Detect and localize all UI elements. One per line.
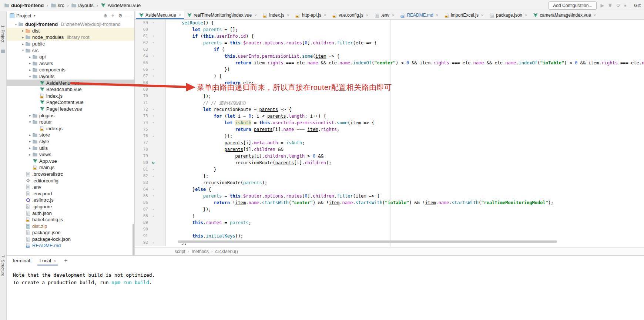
- code-line[interactable]: 88▴ }: [135, 213, 644, 219]
- fold-marker-icon[interactable]: ▴: [149, 133, 157, 139]
- tree-item[interactable]: {)package.json: [7, 229, 134, 236]
- run-with-coverage-icon[interactable]: ⟳: [616, 3, 620, 8]
- editor-tab[interactable]: {)package.json×: [486, 11, 530, 19]
- code-line[interactable]: 84▾ }else {: [135, 186, 644, 193]
- tree-item[interactable]: ▸components: [7, 67, 134, 73]
- breadcrumb-item[interactable]: layouts: [78, 3, 93, 8]
- code-line[interactable]: 71 // // 递归权限路由: [135, 100, 644, 106]
- fold-marker-icon[interactable]: ▾: [149, 53, 157, 60]
- add-configuration-button[interactable]: Add Configuration...: [549, 1, 597, 10]
- code-line[interactable]: 59▾ setRoute() {: [135, 20, 644, 26]
- code-line[interactable]: 65 return item.rights === ele.name && el…: [135, 60, 644, 66]
- fold-marker-icon[interactable]: ▾: [149, 40, 157, 46]
- tree-item[interactable]: .gitignore: [7, 203, 134, 210]
- terminal-output[interactable]: Note that the development build is not o…: [7, 266, 644, 286]
- code-line[interactable]: 82▴ };: [135, 173, 644, 179]
- editor-tab[interactable]: JShttp-api.js×: [292, 11, 329, 19]
- code-line[interactable]: 80↻ recursionRoute(parents[i].children);: [135, 159, 644, 166]
- terminal-tab-local[interactable]: Local ×: [37, 256, 58, 266]
- fold-marker-icon[interactable]: ▾: [149, 20, 157, 26]
- tree-item[interactable]: ▸node_moduleslibrary root: [7, 34, 134, 41]
- tree-item[interactable]: JSbabel.config.js: [7, 216, 134, 223]
- tree-item[interactable]: ▸dist: [7, 28, 134, 34]
- chevron-expanded-icon[interactable]: ▾: [27, 75, 33, 78]
- chevron-collapsed-icon[interactable]: ▸: [27, 114, 33, 117]
- code-line[interactable]: 83 recursionRoute(parents);: [135, 179, 644, 186]
- code-line[interactable]: 74▾ let isAuth = this.userInfo.permissio…: [135, 119, 644, 126]
- tree-item[interactable]: .browserslistrc: [7, 171, 134, 178]
- new-terminal-icon[interactable]: +: [64, 257, 67, 264]
- tree-item[interactable]: AsideMenu.vue: [7, 80, 134, 86]
- code-line[interactable]: 85▾ parents = this.$router.options.route…: [135, 193, 644, 199]
- editor-tab[interactable]: realTimeMonitoring\index.vue×: [184, 11, 259, 19]
- editor-tab[interactable]: cameraManage\index.vue×: [530, 11, 599, 19]
- code-line[interactable]: 72▾ let recursionRoute = parents => {: [135, 106, 644, 113]
- tree-scrollbar[interactable]: [133, 224, 134, 255]
- project-view-selector[interactable]: Project: [16, 13, 31, 18]
- fold-marker-icon[interactable]: ▴: [149, 239, 157, 246]
- fold-marker-icon[interactable]: ▾: [149, 119, 157, 126]
- editor-tab[interactable]: AsideMenu.vue×: [136, 11, 184, 19]
- tree-item[interactable]: Breadcrumb.vue: [7, 86, 134, 93]
- code-line[interactable]: 86 return !item.name.startsWith("center"…: [135, 199, 644, 206]
- editor-breadcrumb-item[interactable]: script: [175, 249, 185, 254]
- breadcrumb-item[interactable]: src: [58, 3, 64, 8]
- tab-close-icon[interactable]: ×: [594, 13, 596, 17]
- code-line[interactable]: 75 return parents[i].name === item.right…: [135, 126, 644, 133]
- code-line[interactable]: 67▾ ) {: [135, 73, 644, 80]
- terminal-tab-close-icon[interactable]: ×: [54, 259, 56, 263]
- debug-icon[interactable]: [608, 3, 613, 8]
- editor-breadcrumb-item[interactable]: methods: [192, 249, 209, 254]
- code-editor[interactable]: 59▾ setRoute() {60 let parents = [];61▾ …: [135, 20, 644, 247]
- chevron-collapsed-icon[interactable]: ▸: [27, 61, 33, 65]
- tab-close-icon[interactable]: ×: [392, 13, 394, 17]
- code-line[interactable]: 89 this.routes = parents;: [135, 219, 644, 226]
- code-line[interactable]: 76▴ });: [135, 133, 644, 139]
- tree-item[interactable]: .editorconfig: [7, 177, 134, 184]
- code-line[interactable]: 79 parents[i].children.length > 0 &&: [135, 153, 644, 159]
- fold-marker-icon[interactable]: ▴: [149, 173, 157, 179]
- tree-item[interactable]: dist.zip: [7, 223, 134, 229]
- hide-panel-icon[interactable]: —: [127, 13, 131, 18]
- locate-icon[interactable]: ⊕: [103, 13, 107, 18]
- stop-icon[interactable]: ■: [624, 4, 626, 7]
- tree-item[interactable]: .eslintrc.js: [7, 197, 134, 203]
- git-label[interactable]: Git:: [634, 3, 641, 8]
- editor-tab[interactable]: JSindex.js×: [260, 11, 292, 19]
- tree-item[interactable]: ▾duoji-frontendD:\zheheWeb\duoji-fronten…: [7, 21, 134, 28]
- tree-item[interactable]: ▸utils: [7, 145, 134, 151]
- tree-item[interactable]: PageContent.vue: [7, 99, 134, 106]
- editor-tab[interactable]: MDREADME.md×: [397, 11, 441, 19]
- chevron-expanded-icon[interactable]: ▾: [27, 120, 33, 124]
- tree-item[interactable]: ▸views: [7, 151, 134, 158]
- tree-item[interactable]: ▾router: [7, 119, 134, 125]
- code-line[interactable]: 73▾ for (let i = 0; i < parents.length; …: [135, 113, 644, 119]
- chevron-collapsed-icon[interactable]: ▸: [27, 55, 33, 59]
- fold-marker-icon[interactable]: ▾: [149, 33, 157, 40]
- tree-item[interactable]: ▾src: [7, 47, 134, 54]
- code-line[interactable]: 63 if (: [135, 46, 644, 53]
- code-line[interactable]: 78 parents[i].children &&: [135, 146, 644, 153]
- tree-item[interactable]: ▸plugins: [7, 112, 134, 119]
- tree-item[interactable]: ▸public: [7, 41, 134, 47]
- tree-item[interactable]: .env: [7, 184, 134, 191]
- tool-button-project[interactable]: 1: Project: [1, 25, 5, 42]
- code-line[interactable]: 77 parents[i].meta.auth = isAuth;: [135, 139, 644, 146]
- fold-marker-icon[interactable]: ▾: [149, 73, 157, 80]
- code-line[interactable]: 90: [135, 226, 644, 233]
- tab-close-icon[interactable]: ×: [324, 13, 326, 17]
- chevron-collapsed-icon[interactable]: ▸: [27, 133, 33, 137]
- tree-item[interactable]: {)auth.json: [7, 210, 134, 216]
- fold-marker-icon[interactable]: ▴: [149, 213, 157, 219]
- fold-marker-icon[interactable]: ▾: [149, 113, 157, 119]
- chevron-collapsed-icon[interactable]: ▸: [27, 146, 33, 150]
- tree-item[interactable]: JSmain.js: [7, 164, 134, 171]
- code-line[interactable]: 81▴ }: [135, 166, 644, 173]
- tree-item[interactable]: ▸api: [7, 54, 134, 60]
- tree-item[interactable]: {)package-lock.json: [7, 236, 134, 243]
- editor-tab[interactable]: JSvue.config.js×: [329, 11, 371, 19]
- fold-marker-icon[interactable]: ▾: [149, 186, 157, 193]
- breadcrumb-item[interactable]: AsideMenu.vue: [108, 3, 141, 8]
- tab-close-icon[interactable]: ×: [179, 13, 181, 17]
- fold-marker-icon[interactable]: ▾: [149, 193, 157, 199]
